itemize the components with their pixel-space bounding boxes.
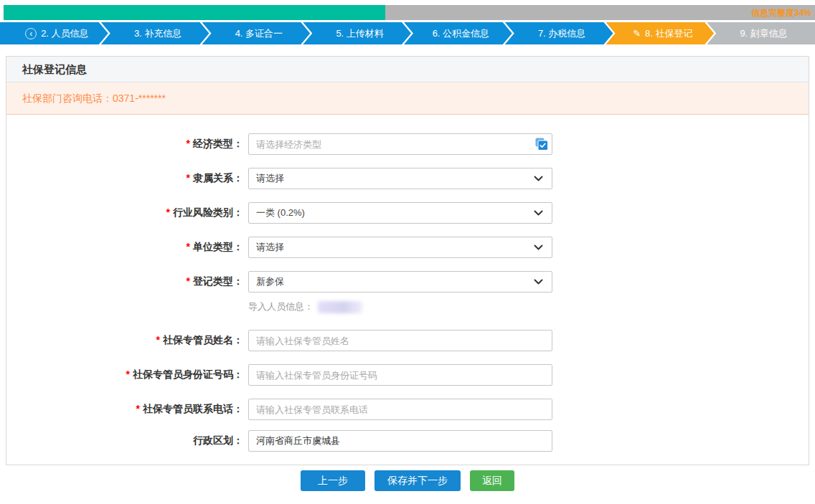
chevron-down-icon: [534, 279, 543, 285]
progress-fill: [4, 5, 385, 20]
selected-value: 新参保: [256, 275, 534, 288]
row-economic-type: *经济类型：: [6, 133, 809, 155]
step-multi-cert[interactable]: 4. 多证合一: [202, 22, 311, 44]
save-and-next-button[interactable]: 保存并下一步: [374, 470, 461, 491]
checkbox-picker-icon[interactable]: [534, 137, 549, 151]
step-label: 2. 人员信息: [41, 27, 88, 40]
form-panel: 社保登记信息 社保部门咨询电话：0371-******* *经济类型：: [6, 56, 809, 465]
back-circle-icon[interactable]: ‹: [25, 28, 37, 39]
required-mark: *: [166, 206, 170, 218]
field-label: 行业风险类别：: [173, 206, 243, 218]
social-security-form: *经济类型： *隶属关系： 请选择: [6, 115, 809, 465]
step-label: 5. 上传材料: [336, 27, 383, 40]
row-ss-manager-name: *社保专管员姓名：: [6, 330, 809, 351]
required-mark: *: [156, 334, 160, 346]
step-label: 6. 公积金信息: [433, 27, 489, 40]
step-label: 3. 补充信息: [134, 27, 182, 40]
ss-manager-name-input[interactable]: [248, 330, 552, 351]
row-admin-division: 行政区划：: [6, 430, 809, 452]
row-affiliation: *隶属关系： 请选择: [6, 168, 809, 189]
row-ss-manager-phone: *社保专管员联系电话：: [6, 399, 809, 420]
required-mark: *: [187, 275, 190, 287]
completeness-progressbar: 信息完整度34%: [4, 5, 815, 20]
required-mark: *: [126, 369, 130, 380]
selected-value: 请选择: [256, 241, 534, 254]
registration-type-select[interactable]: 新参保: [248, 271, 552, 293]
prev-step-button[interactable]: 上一步: [301, 470, 365, 491]
import-person-note: 导入人员信息：: [248, 300, 809, 314]
import-person-label: 导入人员信息：: [248, 300, 314, 313]
step-tax-info[interactable]: 7. 办税信息: [505, 22, 613, 44]
row-unit-type: *单位类型： 请选择: [6, 237, 809, 258]
import-person-link-redacted[interactable]: [318, 301, 362, 313]
step-label: 8. 社保登记: [645, 27, 692, 40]
page: 信息完整度34% ‹ 2. 人员信息 3. 补充信息 4. 多证合一 5. 上传…: [0, 0, 815, 504]
field-label: 社保专管员姓名：: [163, 334, 243, 346]
row-ss-manager-id: *社保专管员身份证号码：: [6, 364, 809, 386]
field-label: 行政区划：: [193, 434, 243, 446]
field-label: 隶属关系：: [193, 172, 243, 184]
step-upload-materials[interactable]: 5. 上传材料: [303, 22, 411, 44]
required-mark: *: [187, 138, 190, 149]
step-personnel-info[interactable]: ‹ 2. 人员信息: [0, 22, 108, 44]
step-label: 7. 办税信息: [538, 27, 585, 40]
required-mark: *: [187, 241, 190, 252]
selected-value: 请选择: [256, 172, 534, 185]
ss-manager-id-input[interactable]: [248, 364, 552, 386]
required-mark: *: [136, 403, 140, 414]
ss-manager-phone-input[interactable]: [248, 399, 552, 420]
pencil-icon: ✎: [633, 28, 641, 39]
selected-value: 一类 (0.2%): [256, 206, 534, 219]
admin-division-input[interactable]: [248, 430, 552, 452]
field-label: 经济类型：: [193, 138, 243, 149]
progress-label: 信息完整度34%: [751, 6, 811, 19]
field-label: 社保专管员联系电话：: [143, 403, 243, 414]
row-registration-type: *登记类型： 新参保: [6, 271, 809, 293]
field-label: 单位类型：: [193, 241, 243, 252]
panel-title: 社保登记信息: [6, 57, 809, 82]
action-bar: 上一步 保存并下一步 返回: [0, 470, 815, 491]
economic-type-input[interactable]: [248, 133, 552, 155]
row-industry-risk: *行业风险类别： 一类 (0.2%): [6, 202, 809, 224]
step-label: 9. 刻章信息: [740, 27, 787, 40]
step-supplementary-info[interactable]: 3. 补充信息: [101, 22, 209, 44]
step-seal-info[interactable]: 9. 刻章信息: [707, 22, 815, 44]
chevron-down-icon: [534, 244, 543, 250]
step-housing-fund[interactable]: 6. 公积金信息: [404, 22, 512, 44]
step-label: 4. 多证合一: [235, 27, 283, 40]
notice-text: 社保部门咨询电话：0371-*******: [22, 92, 166, 104]
industry-risk-select[interactable]: 一类 (0.2%): [248, 202, 552, 224]
step-social-security[interactable]: ✎ 8. 社保登记: [606, 22, 715, 44]
step-nav: ‹ 2. 人员信息 3. 补充信息 4. 多证合一 5. 上传材料 6. 公积金…: [0, 22, 815, 44]
notice-bar: 社保部门咨询电话：0371-*******: [6, 82, 809, 115]
unit-type-select[interactable]: 请选择: [248, 237, 552, 258]
affiliation-select[interactable]: 请选择: [248, 168, 552, 189]
field-label: 登记类型：: [193, 275, 243, 287]
field-label: 社保专管员身份证号码：: [133, 369, 243, 380]
return-button[interactable]: 返回: [470, 470, 514, 491]
chevron-down-icon: [534, 210, 543, 216]
required-mark: *: [187, 172, 190, 184]
chevron-down-icon: [534, 176, 543, 181]
